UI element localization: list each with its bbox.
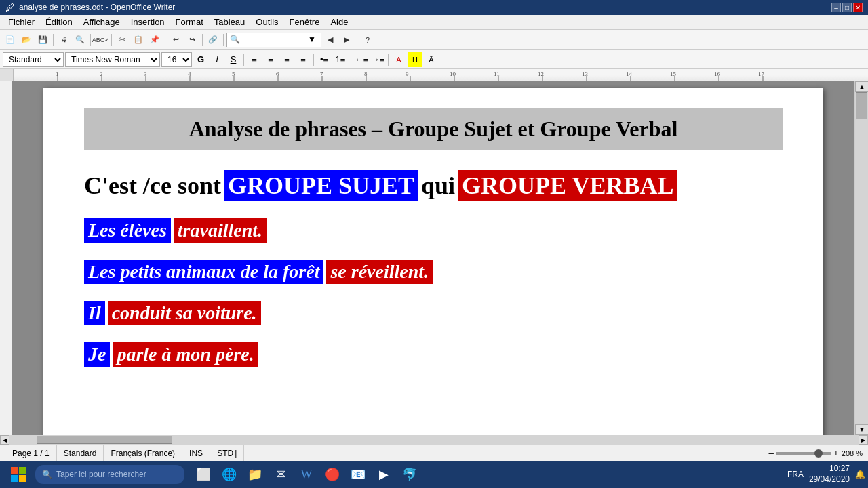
h-scroll-track[interactable] xyxy=(9,435,859,445)
toolbar-sep-6 xyxy=(223,34,224,46)
scroll-down-button[interactable]: ▼ xyxy=(855,424,868,435)
align-center-button[interactable]: ≡ xyxy=(263,52,278,67)
sentence-3-verb: conduit sa voiture. xyxy=(108,301,261,325)
taskbar-icon-cortana[interactable]: ⬜ xyxy=(191,462,216,487)
menu-insertion[interactable]: Insertion xyxy=(125,16,170,28)
hyperlink-button[interactable]: 🔗 xyxy=(205,33,220,47)
sentence-4-verb: parle à mon père. xyxy=(113,342,258,367)
taskbar-apps: ⬜ 🌐 📁 ✉ W 🔴 📧 ▶ 🐬 xyxy=(191,462,422,487)
template-sentence: C'est /ce sont GROUPE SUJET qui GROUPE V… xyxy=(84,170,783,201)
style-selector[interactable]: Standard xyxy=(3,52,64,67)
char-color-button[interactable]: Ã xyxy=(424,52,439,67)
scroll-thumb[interactable] xyxy=(856,92,867,119)
font-color-button[interactable]: A xyxy=(391,52,406,67)
vertical-ruler xyxy=(0,81,12,435)
taskbar-language: FRA xyxy=(787,470,804,479)
indent-increase-button[interactable]: →≡ xyxy=(370,52,385,67)
print-preview-button[interactable]: 🔍 xyxy=(73,33,87,47)
clock-date: 29/04/2020 xyxy=(809,474,850,485)
taskbar-icon-app2[interactable]: ▶ xyxy=(372,462,396,487)
taskbar-icon-thunderbird[interactable]: 📧 xyxy=(346,462,370,487)
paste-button[interactable]: 📌 xyxy=(147,33,162,47)
h-scroll-thumb[interactable] xyxy=(37,436,172,444)
menu-format[interactable]: Format xyxy=(170,16,209,28)
svg-text:3: 3 xyxy=(144,70,147,77)
bold-button[interactable]: G xyxy=(193,52,208,67)
close-button[interactable]: ✕ xyxy=(853,3,863,12)
document-area[interactable]: Analyse de phrases – Groupe Sujet et Gro… xyxy=(12,81,854,435)
svg-rect-37 xyxy=(11,475,18,482)
indent-decrease-button[interactable]: ←≡ xyxy=(354,52,369,67)
notification-icon[interactable]: 🔔 xyxy=(855,470,865,479)
scroll-track[interactable] xyxy=(855,92,868,424)
taskbar-icon-edge[interactable]: 🌐 xyxy=(217,462,241,487)
menu-bar: Fichier Édition Affichage Insertion Form… xyxy=(0,15,868,30)
taskbar-icon-openoffice[interactable]: W xyxy=(294,462,319,487)
zoom-thumb[interactable] xyxy=(814,449,823,458)
menu-fenetre[interactable]: Fenêtre xyxy=(284,16,326,28)
format-sep-1 xyxy=(243,54,244,66)
taskbar-icon-mail[interactable]: ✉ xyxy=(269,462,293,487)
taskbar-icon-explorer[interactable]: 📁 xyxy=(243,462,267,487)
undo-button[interactable]: ↩ xyxy=(168,33,183,47)
windows-logo-icon xyxy=(10,466,26,483)
align-justify-button[interactable]: ≡ xyxy=(296,52,311,67)
copy-button[interactable]: 📋 xyxy=(131,33,146,47)
minimize-button[interactable]: – xyxy=(831,3,841,12)
open-button[interactable]: 📂 xyxy=(19,33,34,47)
scroll-left-button[interactable]: ◀ xyxy=(0,435,9,445)
menu-fichier[interactable]: Fichier xyxy=(3,16,40,28)
horizontal-scrollbar[interactable]: ◀ ▶ xyxy=(0,435,868,445)
find-prev-button[interactable]: ◀ xyxy=(323,33,338,47)
find-next-button[interactable]: ▶ xyxy=(339,33,354,47)
spell-check-button[interactable]: ABC✓ xyxy=(94,33,108,47)
search-box[interactable]: 🔍 ▼ xyxy=(226,33,321,47)
menu-outils[interactable]: Outils xyxy=(250,16,283,28)
save-button[interactable]: 💾 xyxy=(35,33,50,47)
taskbar-icon-chrome[interactable]: 🔴 xyxy=(320,462,344,487)
language-status: Français (France) xyxy=(104,445,182,461)
zoom-controls[interactable]: – + 208 % xyxy=(769,448,863,458)
redo-button[interactable]: ↪ xyxy=(184,33,199,47)
app-icon: 🖊 xyxy=(5,2,15,13)
title-bar-controls[interactable]: – □ ✕ xyxy=(831,3,863,12)
align-right-button[interactable]: ≡ xyxy=(279,52,294,67)
svg-text:6: 6 xyxy=(276,70,279,77)
menu-edition[interactable]: Édition xyxy=(40,16,78,28)
start-button[interactable] xyxy=(3,462,34,487)
status-bar: Page 1 / 1 Standard Français (France) IN… xyxy=(0,445,868,461)
zoom-in-button[interactable]: + xyxy=(833,448,839,458)
list-ordered-button[interactable]: 1≡ xyxy=(333,52,348,67)
zoom-out-button[interactable]: – xyxy=(769,448,774,458)
search-input[interactable] xyxy=(240,36,308,44)
new-button[interactable]: 📄 xyxy=(3,33,18,47)
format-sep-4 xyxy=(388,54,389,66)
help-button[interactable]: ? xyxy=(360,33,375,47)
search-dropdown-icon[interactable]: ▼ xyxy=(308,35,316,45)
svg-text:5: 5 xyxy=(232,70,235,77)
print-button[interactable]: 🖨 xyxy=(56,33,71,47)
list-unordered-button[interactable]: •≡ xyxy=(317,52,332,67)
scroll-up-button[interactable]: ▲ xyxy=(855,81,868,92)
size-selector[interactable]: 16 xyxy=(161,52,192,67)
toolbar: 📄 📂 💾 🖨 🔍 ABC✓ ✂ 📋 📌 ↩ ↪ 🔗 🔍 ▼ ◀ ▶ ? xyxy=(0,30,868,50)
toolbar-sep-4 xyxy=(165,34,165,46)
menu-tableau[interactable]: Tableau xyxy=(209,16,251,28)
cut-button[interactable]: ✂ xyxy=(115,33,130,47)
page-count: Page 1 / 1 xyxy=(5,445,57,461)
maximize-button[interactable]: □ xyxy=(842,3,852,12)
font-selector[interactable]: Times New Roman xyxy=(65,52,160,67)
sentence-4-subject: Je xyxy=(84,342,110,367)
vertical-scrollbar[interactable]: ▲ ▼ xyxy=(854,81,868,435)
menu-affichage[interactable]: Affichage xyxy=(78,16,125,28)
align-left-button[interactable]: ≡ xyxy=(247,52,262,67)
taskbar-search[interactable]: 🔍 Taper ici pour rechercher xyxy=(35,465,184,484)
italic-button[interactable]: I xyxy=(210,52,224,67)
zoom-slider[interactable] xyxy=(776,452,831,455)
taskbar-icon-dolphin[interactable]: 🐬 xyxy=(397,462,422,487)
underline-button[interactable]: S xyxy=(226,52,241,67)
highlight-button[interactable]: H xyxy=(408,52,422,67)
menu-aide[interactable]: Aide xyxy=(325,16,353,28)
scroll-right-button[interactable]: ▶ xyxy=(859,435,868,445)
page-number: Page 1 / 1 xyxy=(12,449,50,458)
